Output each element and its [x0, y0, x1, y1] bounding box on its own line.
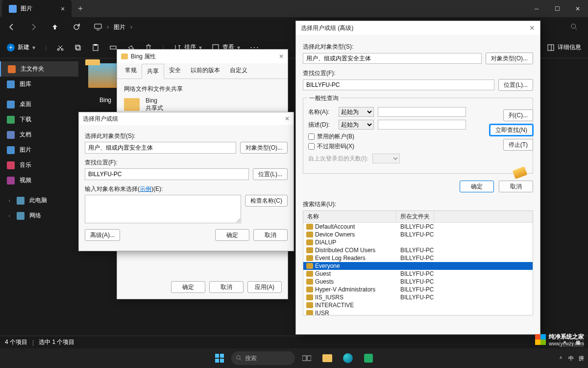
tab-general[interactable]: 常规 — [120, 63, 142, 79]
location-field[interactable] — [303, 79, 494, 90]
result-row[interactable]: INTERACTIVE — [303, 301, 533, 309]
result-row[interactable]: DIALUP — [303, 238, 533, 246]
result-row[interactable]: Distributed COM UsersBILLYFU-PC — [303, 246, 533, 254]
watermark: 纯净系统之家 www.ycwzy.com — [535, 333, 584, 346]
forward-button[interactable] — [26, 20, 40, 34]
name-filter-mode[interactable]: 起始为 — [339, 107, 374, 117]
rename-button[interactable] — [109, 44, 117, 52]
result-row[interactable]: DefaultAccountBILLYFU-PC — [303, 223, 533, 231]
tab-sharing[interactable]: 共享 — [142, 64, 164, 79]
object-names-textarea[interactable] — [85, 195, 241, 223]
sidebar: 主文件夹 图库 桌面 下载 文档 图片 音乐 视频 ›此电脑 ›网络 — [0, 58, 78, 336]
minimize-button[interactable]: ─ — [526, 0, 547, 17]
edge-taskbar-icon[interactable] — [339, 351, 357, 366]
breadcrumb-segment[interactable]: 图片 — [114, 23, 125, 31]
close-icon[interactable]: ✕ — [279, 53, 284, 60]
sidebar-item-home[interactable]: 主文件夹 — [0, 61, 78, 77]
location-field[interactable] — [85, 168, 249, 180]
close-window-button[interactable]: ✕ — [567, 0, 588, 17]
columns-button[interactable]: 列(C)... — [503, 109, 533, 121]
dialog-titlebar[interactable]: 选择用户或组 (高级) ✕ — [296, 21, 540, 35]
tab-previous[interactable]: 以前的版本 — [186, 63, 225, 79]
cut-button[interactable] — [56, 44, 64, 52]
cancel-button[interactable]: 取消 — [499, 181, 533, 192]
ok-button[interactable]: 确定 — [460, 181, 494, 192]
result-row[interactable]: IUSR — [303, 309, 533, 315]
close-tab-icon[interactable]: × — [61, 5, 65, 13]
sidebar-item-gallery[interactable]: 图库 — [0, 77, 78, 92]
up-button[interactable] — [48, 20, 62, 34]
sidebar-item-music[interactable]: 音乐 — [0, 158, 78, 173]
object-types-button[interactable]: 对象类型(O)... — [486, 53, 533, 64]
cancel-button[interactable]: 取消 — [209, 281, 244, 293]
refresh-button[interactable] — [70, 20, 83, 34]
locations-button[interactable]: 位置(L)... — [253, 168, 288, 180]
desc-filter-mode[interactable]: 起始为 — [339, 120, 374, 130]
non-expiring-password-checkbox[interactable] — [308, 143, 315, 150]
ok-button[interactable]: 确定 — [215, 229, 249, 241]
cancel-button[interactable]: 取消 — [253, 229, 288, 241]
result-row[interactable]: IIS_IUSRSBILLYFU-PC — [303, 293, 533, 301]
object-types-button[interactable]: 对象类型(O)... — [240, 142, 288, 154]
input-mode-icon[interactable]: 拼 — [579, 355, 584, 362]
taskbar-search[interactable]: 搜索 — [231, 351, 295, 365]
details-pane-button[interactable]: 详细信息 — [547, 43, 581, 52]
tab-security[interactable]: 安全 — [164, 63, 186, 79]
object-type-label: 选择此对象类型(S): — [85, 132, 288, 140]
advanced-button[interactable]: 高级(A)... — [85, 229, 120, 241]
window-tab[interactable]: 图片 × — [2, 0, 72, 17]
disabled-accounts-checkbox[interactable] — [308, 133, 315, 140]
principal-icon — [306, 302, 313, 308]
result-row[interactable]: Event Log ReadersBILLYFU-PC — [303, 254, 533, 262]
ime-indicator[interactable]: 中 — [568, 355, 574, 362]
store-taskbar-icon[interactable] — [360, 351, 377, 366]
object-type-field[interactable] — [85, 142, 236, 154]
check-names-button[interactable]: 检查名称(C) — [245, 195, 288, 207]
pc-icon — [17, 197, 24, 205]
dialog-titlebar[interactable]: 选择用户或组 ✕ — [79, 112, 294, 125]
dialog-titlebar[interactable]: Bing 属性 ✕ — [117, 50, 288, 63]
explorer-taskbar-icon[interactable] — [318, 351, 336, 366]
example-link[interactable]: 示例 — [140, 185, 151, 192]
tab-custom[interactable]: 自定义 — [225, 63, 252, 79]
search-button[interactable] — [567, 20, 581, 34]
sidebar-item-network[interactable]: ›网络 — [0, 208, 78, 223]
sidebar-item-desktop[interactable]: 桌面 — [0, 97, 78, 112]
result-row[interactable]: Device OwnersBILLYFU-PC — [303, 231, 533, 238]
find-now-button[interactable]: 立即查找(N) — [490, 124, 533, 136]
stop-button[interactable]: 停止(T) — [503, 139, 533, 151]
name-filter-input[interactable] — [378, 107, 466, 117]
new-button[interactable]: +新建▾ — [7, 43, 35, 52]
principal-icon — [306, 279, 313, 285]
start-button[interactable] — [211, 351, 228, 366]
back-button[interactable] — [5, 20, 19, 34]
maximize-button[interactable]: ☐ — [547, 0, 567, 17]
col-header-name[interactable]: 名称 — [303, 211, 396, 222]
sidebar-item-thispc[interactable]: ›此电脑 — [0, 193, 78, 208]
sidebar-item-downloads[interactable]: 下载 — [0, 112, 78, 127]
desc-filter-input[interactable] — [378, 120, 466, 130]
sidebar-item-documents[interactable]: 文档 — [0, 127, 78, 142]
result-row[interactable]: Hyper-V AdministratorsBILLYFU-PC — [303, 286, 533, 293]
sidebar-item-videos[interactable]: 视频 — [0, 173, 78, 188]
result-row[interactable]: Everyone — [303, 262, 533, 270]
svg-point-15 — [237, 356, 241, 360]
close-icon[interactable]: ✕ — [285, 115, 290, 122]
paste-button[interactable] — [92, 44, 99, 52]
col-header-folder[interactable]: 所在文件夹 — [396, 211, 434, 222]
titlebar: 图片 × ＋ ─ ☐ ✕ — [0, 0, 588, 17]
tray-chevron-icon[interactable]: ＾ — [558, 355, 564, 362]
copy-button[interactable] — [74, 44, 82, 52]
object-type-field[interactable] — [303, 53, 482, 64]
close-icon[interactable]: ✕ — [529, 24, 535, 32]
new-tab-button[interactable]: ＋ — [76, 3, 84, 14]
result-row[interactable]: GuestsBILLYFU-PC — [303, 278, 533, 286]
principal-icon — [306, 239, 313, 245]
apply-button[interactable]: 应用(A) — [247, 281, 282, 293]
sidebar-item-pictures[interactable]: 图片 — [0, 142, 78, 158]
locations-button[interactable]: 位置(L)... — [498, 79, 533, 91]
task-view-button[interactable] — [298, 351, 316, 366]
ok-button[interactable]: 确定 — [171, 281, 205, 293]
result-row[interactable]: GuestBILLYFU-PC — [303, 270, 533, 278]
breadcrumb[interactable]: › 图片 › — [94, 23, 132, 31]
